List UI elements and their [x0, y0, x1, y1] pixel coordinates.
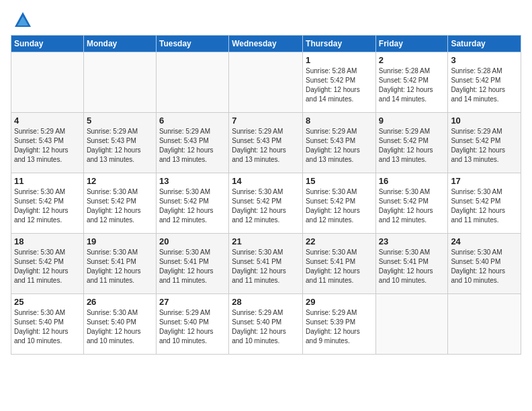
- calendar-cell: 7Sunrise: 5:29 AM Sunset: 5:43 PM Daylig…: [229, 113, 303, 173]
- day-number: 9: [379, 116, 445, 126]
- day-info: Sunrise: 5:30 AM Sunset: 5:42 PM Dayligh…: [232, 187, 300, 225]
- day-number: 1: [306, 55, 373, 65]
- day-info: Sunrise: 5:30 AM Sunset: 5:42 PM Dayligh…: [159, 187, 226, 225]
- day-number: 12: [87, 176, 153, 186]
- calendar-cell: 12Sunrise: 5:30 AM Sunset: 5:42 PM Dayli…: [83, 173, 156, 234]
- day-info: Sunrise: 5:29 AM Sunset: 5:42 PM Dayligh…: [379, 127, 445, 165]
- day-info: Sunrise: 5:29 AM Sunset: 5:40 PM Dayligh…: [232, 308, 300, 346]
- calendar-cell: 27Sunrise: 5:29 AM Sunset: 5:40 PM Dayli…: [156, 294, 228, 355]
- day-info: Sunrise: 5:30 AM Sunset: 5:42 PM Dayligh…: [14, 187, 81, 225]
- day-number: 2: [379, 55, 445, 65]
- day-number: 28: [232, 297, 300, 307]
- calendar-cell: 29Sunrise: 5:29 AM Sunset: 5:39 PM Dayli…: [303, 294, 376, 355]
- column-header-wednesday: Wednesday: [229, 36, 303, 52]
- day-info: Sunrise: 5:29 AM Sunset: 5:43 PM Dayligh…: [232, 127, 300, 165]
- day-info: Sunrise: 5:28 AM Sunset: 5:42 PM Dayligh…: [451, 66, 518, 104]
- day-info: Sunrise: 5:29 AM Sunset: 5:43 PM Dayligh…: [306, 127, 373, 165]
- calendar-cell: 16Sunrise: 5:30 AM Sunset: 5:42 PM Dayli…: [375, 173, 448, 234]
- calendar-cell: 13Sunrise: 5:30 AM Sunset: 5:42 PM Dayli…: [156, 173, 228, 234]
- day-number: 14: [232, 176, 300, 186]
- day-number: 20: [159, 236, 226, 246]
- calendar-cell: 8Sunrise: 5:29 AM Sunset: 5:43 PM Daylig…: [303, 113, 376, 173]
- day-number: 24: [451, 236, 518, 246]
- day-info: Sunrise: 5:30 AM Sunset: 5:42 PM Dayligh…: [306, 187, 373, 225]
- day-number: 22: [306, 236, 373, 246]
- day-number: 29: [306, 297, 373, 307]
- calendar-cell: 2Sunrise: 5:28 AM Sunset: 5:42 PM Daylig…: [375, 52, 448, 113]
- day-info: Sunrise: 5:30 AM Sunset: 5:42 PM Dayligh…: [14, 248, 81, 285]
- calendar-cell: 22Sunrise: 5:30 AM Sunset: 5:41 PM Dayli…: [303, 234, 376, 294]
- calendar-cell: 28Sunrise: 5:29 AM Sunset: 5:40 PM Dayli…: [229, 294, 303, 355]
- header-row: SundayMondayTuesdayWednesdayThursdayFrid…: [11, 36, 521, 52]
- day-info: Sunrise: 5:29 AM Sunset: 5:43 PM Dayligh…: [87, 127, 153, 165]
- column-header-tuesday: Tuesday: [156, 36, 228, 52]
- day-number: 10: [451, 116, 518, 126]
- day-number: 25: [14, 297, 81, 307]
- calendar-cell: 21Sunrise: 5:30 AM Sunset: 5:41 PM Dayli…: [229, 234, 303, 294]
- week-row-3: 11Sunrise: 5:30 AM Sunset: 5:42 PM Dayli…: [11, 173, 521, 234]
- calendar-cell: [11, 52, 84, 113]
- calendar-cell: 20Sunrise: 5:30 AM Sunset: 5:41 PM Dayli…: [156, 234, 228, 294]
- calendar-cell: 17Sunrise: 5:30 AM Sunset: 5:42 PM Dayli…: [448, 173, 521, 234]
- day-info: Sunrise: 5:30 AM Sunset: 5:42 PM Dayligh…: [379, 187, 445, 225]
- calendar-cell: 18Sunrise: 5:30 AM Sunset: 5:42 PM Dayli…: [11, 234, 84, 294]
- day-info: Sunrise: 5:30 AM Sunset: 5:41 PM Dayligh…: [232, 248, 300, 285]
- day-number: 23: [379, 236, 445, 246]
- day-info: Sunrise: 5:30 AM Sunset: 5:41 PM Dayligh…: [379, 248, 445, 285]
- calendar-cell: 14Sunrise: 5:30 AM Sunset: 5:42 PM Dayli…: [229, 173, 303, 234]
- calendar-cell: [83, 52, 156, 113]
- day-info: Sunrise: 5:29 AM Sunset: 5:43 PM Dayligh…: [14, 127, 81, 165]
- day-number: 4: [14, 116, 81, 126]
- calendar-cell: 1Sunrise: 5:28 AM Sunset: 5:42 PM Daylig…: [303, 52, 376, 113]
- calendar-cell: 11Sunrise: 5:30 AM Sunset: 5:42 PM Dayli…: [11, 173, 84, 234]
- day-number: 21: [232, 236, 300, 246]
- day-number: 18: [14, 236, 81, 246]
- day-info: Sunrise: 5:30 AM Sunset: 5:42 PM Dayligh…: [87, 187, 153, 225]
- day-number: 11: [14, 176, 81, 186]
- day-info: Sunrise: 5:30 AM Sunset: 5:41 PM Dayligh…: [87, 248, 153, 285]
- calendar-cell: [229, 52, 303, 113]
- logo-icon: [13, 11, 32, 30]
- column-header-friday: Friday: [375, 36, 448, 52]
- day-info: Sunrise: 5:29 AM Sunset: 5:40 PM Dayligh…: [159, 308, 226, 346]
- column-header-sunday: Sunday: [11, 36, 84, 52]
- week-row-4: 18Sunrise: 5:30 AM Sunset: 5:42 PM Dayli…: [11, 234, 521, 294]
- column-header-monday: Monday: [83, 36, 156, 52]
- column-header-saturday: Saturday: [448, 36, 521, 52]
- calendar-cell: 19Sunrise: 5:30 AM Sunset: 5:41 PM Dayli…: [83, 234, 156, 294]
- day-number: 26: [87, 297, 153, 307]
- day-number: 16: [379, 176, 445, 186]
- day-number: 13: [159, 176, 226, 186]
- calendar-cell: [375, 294, 448, 355]
- day-info: Sunrise: 5:30 AM Sunset: 5:42 PM Dayligh…: [451, 187, 518, 225]
- day-info: Sunrise: 5:29 AM Sunset: 5:39 PM Dayligh…: [306, 308, 373, 346]
- calendar-cell: 6Sunrise: 5:29 AM Sunset: 5:43 PM Daylig…: [156, 113, 228, 173]
- calendar-cell: 25Sunrise: 5:30 AM Sunset: 5:40 PM Dayli…: [11, 294, 84, 355]
- calendar-cell: [156, 52, 228, 113]
- page-header: [11, 11, 521, 30]
- day-info: Sunrise: 5:29 AM Sunset: 5:42 PM Dayligh…: [451, 127, 518, 165]
- day-number: 27: [159, 297, 226, 307]
- day-number: 15: [306, 176, 373, 186]
- calendar-cell: [448, 294, 521, 355]
- calendar-cell: 26Sunrise: 5:30 AM Sunset: 5:40 PM Dayli…: [83, 294, 156, 355]
- day-info: Sunrise: 5:28 AM Sunset: 5:42 PM Dayligh…: [306, 66, 373, 104]
- day-info: Sunrise: 5:29 AM Sunset: 5:43 PM Dayligh…: [159, 127, 226, 165]
- day-info: Sunrise: 5:30 AM Sunset: 5:40 PM Dayligh…: [87, 308, 153, 346]
- calendar-cell: 23Sunrise: 5:30 AM Sunset: 5:41 PM Dayli…: [375, 234, 448, 294]
- calendar-cell: 10Sunrise: 5:29 AM Sunset: 5:42 PM Dayli…: [448, 113, 521, 173]
- calendar-cell: 9Sunrise: 5:29 AM Sunset: 5:42 PM Daylig…: [375, 113, 448, 173]
- day-number: 3: [451, 55, 518, 65]
- calendar-cell: 24Sunrise: 5:30 AM Sunset: 5:40 PM Dayli…: [448, 234, 521, 294]
- calendar-cell: 15Sunrise: 5:30 AM Sunset: 5:42 PM Dayli…: [303, 173, 376, 234]
- day-number: 17: [451, 176, 518, 186]
- logo: [11, 11, 32, 30]
- column-header-thursday: Thursday: [303, 36, 376, 52]
- day-number: 7: [232, 116, 300, 126]
- day-number: 5: [87, 116, 153, 126]
- week-row-5: 25Sunrise: 5:30 AM Sunset: 5:40 PM Dayli…: [11, 294, 521, 355]
- day-info: Sunrise: 5:28 AM Sunset: 5:42 PM Dayligh…: [379, 66, 445, 104]
- day-info: Sunrise: 5:30 AM Sunset: 5:41 PM Dayligh…: [306, 248, 373, 285]
- day-info: Sunrise: 5:30 AM Sunset: 5:40 PM Dayligh…: [14, 308, 81, 346]
- calendar-table: SundayMondayTuesdayWednesdayThursdayFrid…: [11, 35, 521, 355]
